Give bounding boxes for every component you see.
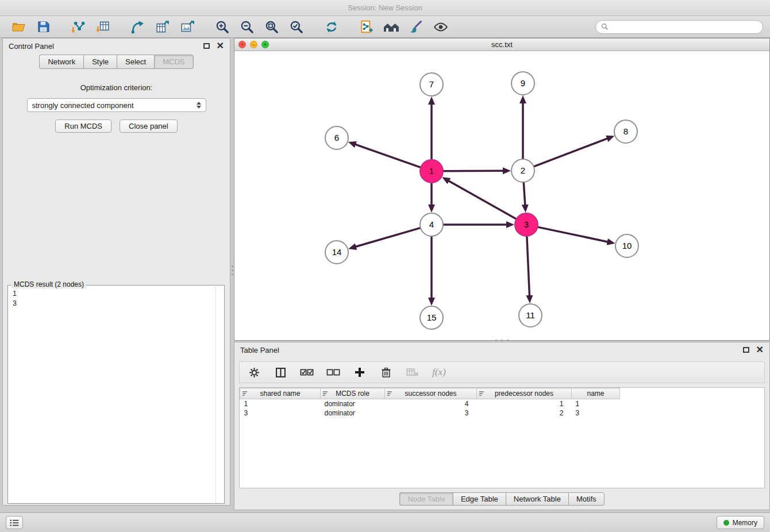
copy-network-button[interactable] [355, 18, 378, 36]
criterion-dropdown[interactable]: strongly connected component [27, 98, 206, 112]
table-row[interactable]: 1 dominator 4 1 1 [240, 399, 620, 408]
cell-mcds-role[interactable]: dominator [321, 399, 385, 408]
edge-4-14[interactable] [355, 228, 420, 247]
deselect-all-button[interactable] [326, 365, 341, 380]
window-minimize-button[interactable]: – [250, 41, 257, 48]
column-header-shared-name[interactable]: shared name [240, 388, 321, 399]
window-close-button[interactable]: × [238, 41, 246, 48]
float-table-panel-icon[interactable] [743, 347, 749, 353]
memory-status-dot [723, 520, 729, 526]
tab-node-table[interactable]: Node Table [399, 492, 453, 506]
column-header-mcds-role[interactable]: MCDS role [321, 388, 385, 399]
tab-select[interactable]: Select [117, 55, 154, 69]
network-view-window: scc.txt × – + 7968124314101511 [234, 38, 770, 341]
network-graph[interactable]: 7968124314101511 [234, 51, 769, 340]
cell-shared-name[interactable]: 3 [240, 408, 321, 418]
zoom-out-button[interactable] [236, 18, 259, 36]
sort-icon [479, 391, 484, 396]
search-input[interactable] [612, 23, 757, 31]
zoom-in-button[interactable] [211, 18, 234, 36]
memory-button[interactable]: Memory [717, 516, 764, 529]
cell-shared-name[interactable]: 1 [240, 399, 321, 408]
save-session-button[interactable] [32, 18, 55, 36]
export-network-icon [130, 20, 145, 34]
node-label-4: 4 [429, 219, 434, 229]
edge-2-3[interactable] [523, 183, 525, 206]
tab-edge-table[interactable]: Edge Table [453, 492, 506, 506]
float-panel-icon[interactable] [203, 43, 210, 49]
node-label-10: 10 [622, 241, 632, 250]
cell-name[interactable]: 3 [572, 408, 620, 418]
create-column-button[interactable] [352, 365, 367, 380]
tab-style[interactable]: Style [83, 55, 117, 69]
result-scrollbar[interactable] [215, 286, 216, 503]
cell-successor-nodes[interactable]: 3 [385, 408, 477, 418]
show-hide-button[interactable] [429, 18, 452, 36]
apply-style-button[interactable] [405, 18, 428, 36]
edge-3-11[interactable] [527, 237, 530, 296]
edge-1-6[interactable] [355, 144, 420, 167]
close-panel-icon[interactable]: ✕ [217, 41, 224, 51]
column-header-successor-nodes[interactable]: successor nodes [385, 388, 477, 399]
export-table-button[interactable] [151, 18, 174, 36]
search-icon [601, 23, 609, 30]
cell-name[interactable]: 1 [572, 399, 620, 408]
node-label-14: 14 [332, 247, 342, 257]
cell-predecessor-nodes[interactable]: 2 [477, 408, 572, 418]
show-columns-button[interactable] [273, 365, 288, 380]
select-all-icon [300, 367, 314, 377]
open-session-button[interactable] [7, 18, 30, 36]
tab-network-table[interactable]: Network Table [506, 492, 568, 506]
close-panel-button[interactable]: Close panel [120, 119, 178, 133]
network-window-title: scc.txt [234, 40, 769, 49]
zoom-selected-button[interactable] [285, 18, 308, 36]
edge-2-8[interactable] [534, 138, 609, 167]
export-image-button[interactable] [176, 18, 199, 36]
cell-mcds-role[interactable]: dominator [321, 408, 385, 418]
table-options-button[interactable] [247, 365, 261, 380]
zoom-fit-button[interactable] [260, 18, 283, 36]
task-history-button[interactable] [6, 516, 23, 529]
export-network-button[interactable] [126, 18, 149, 36]
node-label-3: 3 [524, 219, 529, 229]
open-folder-icon [11, 20, 26, 34]
column-header-name[interactable]: name [572, 388, 620, 399]
import-table-button[interactable] [91, 18, 114, 36]
cell-predecessor-nodes[interactable]: 1 [477, 399, 572, 408]
export-table-icon [155, 20, 170, 34]
refresh-layout-button[interactable] [320, 18, 343, 36]
window-zoom-button[interactable]: + [261, 41, 269, 48]
edge-3-1[interactable] [448, 180, 516, 218]
table-row[interactable]: 3 dominator 3 2 3 [240, 408, 620, 418]
copy-network-icon [359, 20, 374, 34]
toolbar-separator [116, 26, 125, 27]
cell-successor-nodes[interactable]: 4 [385, 399, 477, 408]
close-table-panel-icon[interactable]: ✕ [756, 345, 764, 354]
refresh-icon [324, 20, 339, 34]
run-mcds-button[interactable]: Run MCDS [55, 119, 111, 133]
select-all-button[interactable] [299, 365, 314, 380]
home-layout-icon [383, 20, 400, 34]
delete-column-button[interactable] [379, 365, 394, 380]
delete-table-button[interactable] [405, 365, 420, 380]
plus-icon [354, 367, 365, 378]
import-table-icon [95, 20, 110, 34]
control-panel-title: Control Panel [9, 42, 54, 51]
zoom-in-icon [215, 20, 230, 34]
node-label-15: 15 [427, 313, 437, 322]
tab-network[interactable]: Network [39, 55, 83, 69]
optimization-criterion-label: Optimization criterion: [3, 83, 230, 92]
import-network-button[interactable] [67, 18, 90, 36]
tab-motifs[interactable]: Motifs [568, 492, 605, 506]
function-builder-button[interactable]: f(x) [432, 365, 446, 380]
search-field[interactable] [595, 20, 763, 34]
node-label-6: 6 [334, 133, 339, 142]
table-panel-title: Table Panel [240, 346, 279, 354]
tab-mcds[interactable]: MCDS [154, 55, 193, 69]
import-network-icon [71, 20, 86, 34]
edge-3-10[interactable] [538, 227, 609, 242]
apply-layout-button[interactable] [380, 18, 403, 36]
column-header-predecessor-nodes[interactable]: predecessor nodes [477, 388, 572, 399]
zoom-out-icon [240, 20, 255, 34]
edge-1-2[interactable] [444, 171, 504, 171]
